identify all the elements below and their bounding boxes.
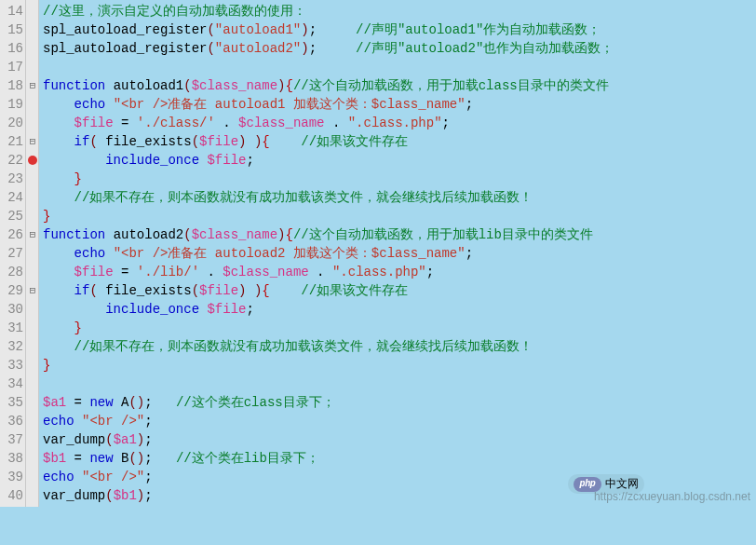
token: } (74, 171, 82, 186)
code-line[interactable]: echo "<br />"; (43, 412, 756, 430)
code-line[interactable]: } (43, 207, 756, 225)
token: $file (199, 134, 238, 149)
fold-marker (26, 58, 39, 76)
code-line[interactable]: echo "<br />"; (43, 468, 756, 486)
token: ".class.php" (348, 116, 442, 130)
token: spl_autoload_register (43, 22, 207, 37)
code-line[interactable]: function autoload2($class_name){//这个自动加载… (43, 225, 756, 244)
fold-marker (26, 449, 39, 468)
fold-marker (26, 430, 39, 449)
token: . (309, 265, 332, 279)
token: ".class.php" (332, 265, 426, 279)
token: ( (207, 41, 214, 56)
token: $class_name (223, 265, 308, 279)
code-line[interactable]: var_dump($a1); (43, 430, 756, 449)
token: } (43, 358, 50, 373)
code-line[interactable]: $file = './lib/' . $class_name . ".class… (43, 263, 756, 281)
token: $class_name (192, 78, 277, 93)
fold-marker (26, 263, 39, 281)
fold-marker[interactable]: ⊟ (26, 225, 39, 244)
line-number: 18 (4, 76, 23, 95)
token: ; (144, 488, 152, 503)
token: new (89, 451, 121, 466)
token: ; (144, 432, 152, 447)
token: { (285, 78, 292, 93)
code-line[interactable]: function autoload1($class_name){//这个自动加载… (43, 76, 756, 95)
code-line[interactable]: spl_autoload_register("autoload2"); //声明… (43, 39, 756, 58)
code-area[interactable]: //这里，演示自定义的自动加载函数的使用：spl_autoload_regist… (39, 0, 756, 507)
code-line[interactable]: if( file_exists($file) ){ //如果该文件存在 (43, 281, 756, 300)
line-number-gutter: 1415161718192021222324252627282930313233… (0, 0, 26, 507)
code-line[interactable]: } (43, 356, 756, 375)
line-number: 38 (4, 449, 23, 468)
code-line[interactable]: include_once $file; (43, 151, 756, 170)
fold-marker (26, 319, 39, 337)
fold-marker (26, 375, 39, 393)
token: ( (89, 283, 105, 298)
line-number: 34 (4, 375, 23, 393)
token: } (43, 209, 50, 224)
fold-marker (26, 300, 39, 319)
line-number: 25 (4, 207, 23, 225)
code-line[interactable] (43, 375, 756, 393)
fold-marker[interactable]: ⊟ (26, 281, 39, 300)
token: //声明"autoload2"也作为自动加载函数； (356, 41, 614, 56)
line-number: 40 (4, 486, 23, 505)
code-line[interactable]: //这里，演示自定义的自动加载函数的使用： (43, 2, 756, 20)
token (270, 283, 302, 298)
token: //这个自动加载函数，用于加载class目录中的类文件 (293, 78, 609, 93)
code-line[interactable]: } (43, 319, 756, 337)
line-number: 21 (4, 132, 23, 151)
token: ( (207, 22, 214, 37)
token: () (128, 395, 144, 410)
token: = (66, 451, 89, 466)
line-number: 36 (4, 412, 23, 430)
token: ) (137, 488, 144, 503)
fold-marker (26, 170, 39, 188)
fold-marker (26, 337, 39, 356)
line-number: 15 (4, 20, 23, 39)
token: ( (89, 134, 105, 149)
token: //如果不存在，则本函数就没有成功加载该类文件，就会继续找后续加载函数！ (74, 339, 533, 354)
watermark-csdn: https://zcxueyuan.blog.csdn.net (594, 490, 750, 503)
code-line[interactable]: echo "<br />准备在 autoload1 加载这个类：$class_n… (43, 95, 756, 114)
code-line[interactable]: //如果不存在，则本函数就没有成功加载该类文件，就会继续找后续加载函数！ (43, 188, 756, 207)
line-number: 37 (4, 430, 23, 449)
token: = (114, 265, 137, 279)
token: "<br />" (82, 470, 144, 484)
token: { (285, 227, 292, 242)
code-line[interactable]: } (43, 170, 756, 188)
code-line[interactable]: spl_autoload_register("autoload1"); //声明… (43, 20, 756, 39)
code-line[interactable]: $file = './class/' . $class_name . ".cla… (43, 114, 756, 132)
code-line[interactable]: //如果不存在，则本函数就没有成功加载该类文件，就会继续找后续加载函数！ (43, 337, 756, 356)
line-number: 17 (4, 58, 23, 76)
fold-marker (26, 207, 39, 225)
token: "<br />准备在 autoload2 加载这个类：$class_name" (114, 246, 466, 261)
token: ; (309, 22, 356, 37)
line-number: 30 (4, 300, 23, 319)
token: autoload2 (114, 227, 184, 242)
token: ; (442, 116, 450, 130)
code-line[interactable]: echo "<br />准备在 autoload2 加载这个类：$class_n… (43, 244, 756, 263)
code-line[interactable]: if( file_exists($file) ){ //如果该文件存在 (43, 132, 756, 151)
fold-marker (26, 486, 39, 505)
fold-marker (26, 468, 39, 486)
code-line[interactable] (43, 58, 756, 76)
token: ) (301, 22, 308, 37)
token: } (74, 320, 82, 335)
fold-marker[interactable]: ⊟ (26, 76, 39, 95)
token: include_once (105, 153, 207, 168)
token: "<br />准备在 autoload1 加载这个类：$class_name" (114, 97, 466, 112)
line-number: 20 (4, 114, 23, 132)
code-line[interactable]: include_once $file; (43, 300, 756, 319)
fold-marker[interactable]: ⊟ (26, 132, 39, 151)
breakpoint-icon[interactable] (28, 156, 37, 165)
token: ( (183, 227, 191, 242)
code-line[interactable]: $a1 = new A(); //这个类在class目录下； (43, 393, 756, 412)
token: $file (74, 116, 114, 130)
line-number: 29 (4, 281, 23, 300)
code-line[interactable]: $b1 = new B(); //这个类在lib目录下； (43, 449, 756, 468)
token: "<br />" (82, 414, 144, 429)
token: spl_autoload_register (43, 41, 207, 56)
token: ( (192, 283, 199, 298)
